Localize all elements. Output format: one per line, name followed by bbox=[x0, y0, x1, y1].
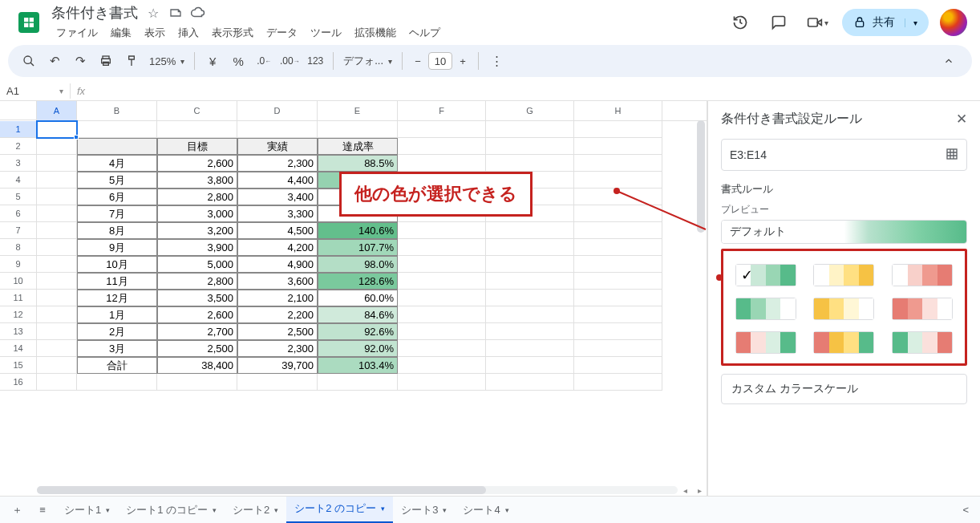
cell-H14[interactable] bbox=[574, 340, 662, 357]
cell-F9[interactable] bbox=[398, 256, 486, 273]
cell-E7[interactable]: 140.6% bbox=[318, 222, 398, 239]
cell-B12[interactable]: 1月 bbox=[77, 306, 157, 323]
cell-H4[interactable] bbox=[574, 172, 662, 189]
cell-E1[interactable] bbox=[318, 121, 398, 138]
row-head-8[interactable]: 8 bbox=[0, 239, 37, 256]
avatar[interactable] bbox=[940, 9, 967, 36]
toolbar-collapse-icon[interactable] bbox=[935, 50, 962, 72]
palette-0-2[interactable] bbox=[892, 264, 953, 286]
row-head-11[interactable]: 11 bbox=[0, 290, 37, 306]
cell-A5[interactable] bbox=[37, 189, 77, 205]
cell-D6[interactable]: 3,300 bbox=[237, 205, 318, 222]
cell-A2[interactable] bbox=[37, 138, 77, 155]
explore-toggle[interactable]: < bbox=[956, 504, 975, 516]
cell-D10[interactable]: 3,600 bbox=[237, 273, 318, 290]
row-head-3[interactable]: 3 bbox=[0, 155, 37, 172]
cell-D2[interactable]: 実績 bbox=[237, 138, 318, 155]
share-button[interactable]: 共有 ▾ bbox=[842, 9, 929, 36]
row-head-9[interactable]: 9 bbox=[0, 256, 37, 273]
row-head-6[interactable]: 6 bbox=[0, 205, 37, 222]
cell-C1[interactable] bbox=[157, 121, 237, 138]
cell-H3[interactable] bbox=[574, 155, 662, 172]
cell-E2[interactable]: 達成率 bbox=[318, 138, 398, 155]
cell-G1[interactable] bbox=[486, 121, 574, 138]
row-head-7[interactable]: 7 bbox=[0, 222, 37, 239]
sheet-tab-シート1 のコピー[interactable]: シート1 のコピー▾ bbox=[118, 497, 225, 524]
cell-F10[interactable] bbox=[398, 273, 486, 290]
palette-2-0[interactable] bbox=[735, 331, 796, 354]
cell-B15[interactable]: 合計 bbox=[77, 357, 157, 374]
cell-H2[interactable] bbox=[574, 138, 662, 155]
share-dropdown[interactable]: ▾ bbox=[905, 18, 917, 27]
cell-G11[interactable] bbox=[486, 290, 574, 306]
cell-A13[interactable] bbox=[37, 323, 77, 340]
cell-D14[interactable]: 2,300 bbox=[237, 340, 318, 357]
percent-icon[interactable]: % bbox=[227, 50, 249, 72]
cell-A14[interactable] bbox=[37, 340, 77, 357]
font-size-decrease[interactable]: − bbox=[409, 52, 427, 70]
font-selector[interactable]: デフォ...▾ bbox=[340, 54, 395, 68]
cell-F8[interactable] bbox=[398, 239, 486, 256]
cell-D15[interactable]: 39,700 bbox=[237, 357, 318, 374]
row-head-13[interactable]: 13 bbox=[0, 323, 37, 340]
sheet-tab-シート2 のコピー[interactable]: シート2 のコピー▾ bbox=[286, 497, 393, 524]
cell-A7[interactable] bbox=[37, 222, 77, 239]
cell-C4[interactable]: 3,800 bbox=[157, 172, 237, 189]
redo-icon[interactable]: ↷ bbox=[69, 50, 91, 72]
cell-E3[interactable]: 88.5% bbox=[318, 155, 398, 172]
cell-H7[interactable] bbox=[574, 222, 662, 239]
cell-A6[interactable] bbox=[37, 205, 77, 222]
cell-C12[interactable]: 2,600 bbox=[157, 306, 237, 323]
col-head-E[interactable]: E bbox=[318, 101, 398, 120]
col-head-B[interactable]: B bbox=[77, 101, 157, 120]
menu-表示[interactable]: 表示 bbox=[140, 24, 170, 42]
cell-H12[interactable] bbox=[574, 306, 662, 323]
search-icon[interactable] bbox=[18, 50, 40, 72]
row-head-15[interactable]: 15 bbox=[0, 357, 37, 374]
cell-A3[interactable] bbox=[37, 155, 77, 172]
cell-G16[interactable] bbox=[486, 374, 574, 391]
cell-A1[interactable] bbox=[37, 121, 77, 138]
cell-H16[interactable] bbox=[574, 374, 662, 391]
close-icon[interactable]: ✕ bbox=[956, 111, 967, 128]
row-head-2[interactable]: 2 bbox=[0, 138, 37, 155]
cell-A15[interactable] bbox=[37, 357, 77, 374]
cell-A12[interactable] bbox=[37, 306, 77, 323]
star-icon[interactable]: ☆ bbox=[146, 6, 160, 20]
cell-B16[interactable] bbox=[77, 374, 157, 391]
col-head-C[interactable]: C bbox=[157, 101, 237, 120]
row-head-12[interactable]: 12 bbox=[0, 306, 37, 323]
select-all-corner[interactable] bbox=[0, 101, 37, 120]
cell-F14[interactable] bbox=[398, 340, 486, 357]
cell-H8[interactable] bbox=[574, 239, 662, 256]
more-icon[interactable]: ⋮ bbox=[485, 50, 508, 72]
cell-C7[interactable]: 3,200 bbox=[157, 222, 237, 239]
cell-F7[interactable] bbox=[398, 222, 486, 239]
cell-A4[interactable] bbox=[37, 172, 77, 189]
palette-0-0[interactable] bbox=[735, 264, 796, 286]
cell-H11[interactable] bbox=[574, 290, 662, 306]
cell-F12[interactable] bbox=[398, 306, 486, 323]
cell-F11[interactable] bbox=[398, 290, 486, 306]
cell-C11[interactable]: 3,500 bbox=[157, 290, 237, 306]
cell-E8[interactable]: 107.7% bbox=[318, 239, 398, 256]
cell-D7[interactable]: 4,500 bbox=[237, 222, 318, 239]
comment-icon[interactable] bbox=[765, 9, 792, 36]
cell-C10[interactable]: 2,800 bbox=[157, 273, 237, 290]
cell-E9[interactable]: 98.0% bbox=[318, 256, 398, 273]
cell-B10[interactable]: 11月 bbox=[77, 273, 157, 290]
col-head-G[interactable]: G bbox=[486, 101, 574, 120]
font-size-input[interactable]: 10 bbox=[428, 52, 452, 70]
sheet-tab-シート3[interactable]: シート3▾ bbox=[393, 497, 455, 524]
palette-2-1[interactable] bbox=[813, 331, 874, 354]
move-icon[interactable] bbox=[168, 6, 183, 20]
menu-拡張機能[interactable]: 拡張機能 bbox=[350, 24, 401, 42]
cell-D8[interactable]: 4,200 bbox=[237, 239, 318, 256]
horizontal-scrollbar[interactable]: ◂▸ bbox=[37, 484, 707, 496]
cell-B2[interactable] bbox=[77, 138, 157, 155]
palette-2-2[interactable] bbox=[892, 331, 953, 354]
more-formats-icon[interactable]: 123 bbox=[304, 50, 326, 72]
cell-G3[interactable] bbox=[486, 155, 574, 172]
cell-E16[interactable] bbox=[318, 374, 398, 391]
zoom-selector[interactable]: 125%▾ bbox=[146, 55, 188, 67]
